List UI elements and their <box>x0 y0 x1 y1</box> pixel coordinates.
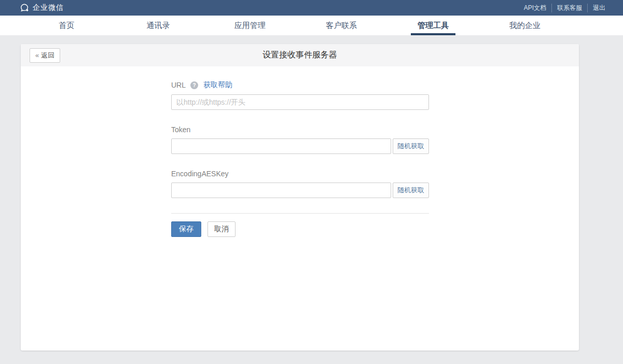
api-docs-link[interactable]: API文档 <box>519 4 551 12</box>
nav-item-contacts[interactable]: 通讯录 <box>113 16 204 35</box>
url-label: URL <box>171 81 186 89</box>
aeskey-section: EncodingAESKey 随机获取 <box>171 170 429 198</box>
nav-item-customer-contact[interactable]: 客户联系 <box>296 16 387 35</box>
page-title: 设置接收事件服务器 <box>262 50 337 61</box>
cancel-button[interactable]: 取消 <box>207 221 236 237</box>
card-body: URL ? 获取帮助 Token 随机获取 EncodingAESKey <box>21 66 579 237</box>
get-help-link[interactable]: 获取帮助 <box>203 80 232 90</box>
topbar: 企业微信 API文档 联系客服 退出 <box>0 0 623 16</box>
nav-item-admin-tools[interactable]: 管理工具 <box>387 16 479 35</box>
receive-event-server-form: URL ? 获取帮助 Token 随机获取 EncodingAESKey <box>171 80 429 237</box>
nav-item-home[interactable]: 首页 <box>21 16 113 35</box>
card-header: « 返回 设置接收事件服务器 <box>21 44 579 66</box>
topbar-links: API文档 联系客服 退出 <box>519 4 611 12</box>
aeskey-label: EncodingAESKey <box>171 170 229 178</box>
back-button[interactable]: « 返回 <box>30 48 60 63</box>
url-label-row: URL ? 获取帮助 <box>171 80 429 90</box>
logout-link[interactable]: 退出 <box>587 4 611 12</box>
token-section: Token 随机获取 <box>171 125 429 154</box>
brand-name: 企业微信 <box>33 3 64 12</box>
back-chevron-icon: « <box>35 51 39 59</box>
form-actions: 保存 取消 <box>171 221 429 237</box>
aeskey-random-button[interactable]: 随机获取 <box>393 183 429 198</box>
nav-item-my-company[interactable]: 我的企业 <box>479 16 571 35</box>
nav-item-app-management[interactable]: 应用管理 <box>204 16 296 35</box>
url-input[interactable] <box>171 94 429 110</box>
contact-support-link[interactable]: 联系客服 <box>551 4 587 12</box>
save-button[interactable]: 保存 <box>171 221 201 237</box>
token-label: Token <box>171 125 190 134</box>
wechat-work-logo-icon <box>20 3 30 13</box>
token-random-button[interactable]: 随机获取 <box>393 138 429 154</box>
settings-card: « 返回 设置接收事件服务器 URL ? 获取帮助 Token 随机获取 <box>21 44 579 351</box>
help-icon[interactable]: ? <box>190 81 198 89</box>
aeskey-input[interactable] <box>171 183 391 198</box>
token-label-row: Token <box>171 125 429 134</box>
main-nav: 首页 通讯录 应用管理 客户联系 管理工具 我的企业 <box>0 16 623 35</box>
token-input[interactable] <box>171 138 391 154</box>
brand[interactable]: 企业微信 <box>20 3 64 13</box>
form-divider <box>171 213 429 214</box>
aeskey-label-row: EncodingAESKey <box>171 170 429 178</box>
back-button-label: 返回 <box>41 51 54 60</box>
